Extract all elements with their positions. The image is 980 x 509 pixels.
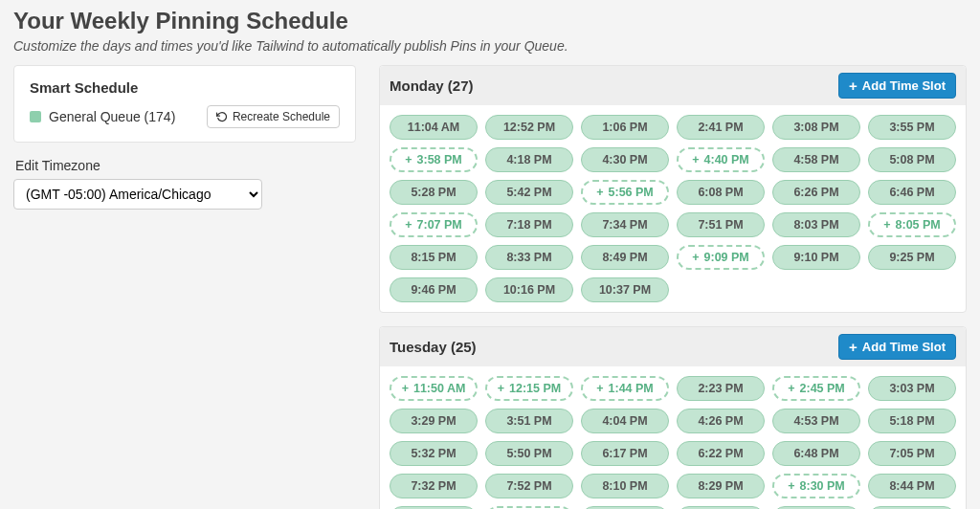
time-slot[interactable]: 7:18 PM [485,212,573,237]
time-slot[interactable]: 12:52 PM [485,115,573,140]
time-slot[interactable]: 6:17 PM [581,441,669,466]
slot-time: 12:52 PM [503,121,555,134]
time-slot[interactable]: 3:51 PM [485,409,573,433]
general-queue-label: General Queue (174) [30,109,175,124]
suggested-time-slot[interactable]: +2:45 PM [772,376,860,401]
time-slot[interactable]: 5:08 PM [868,147,956,172]
add-slot-label: Add Time Slot [862,78,946,93]
time-slot[interactable]: 8:49 PM [581,245,669,270]
plus-icon: + [692,251,699,264]
slot-time: 3:29 PM [411,414,456,428]
time-slot[interactable]: 4:04 PM [581,409,669,433]
time-slot[interactable]: 5:42 PM [485,180,573,205]
slot-time: 9:46 PM [411,283,456,297]
slot-time: 4:04 PM [602,414,647,428]
time-slot[interactable]: 4:30 PM [581,147,669,172]
time-slot[interactable]: 8:15 PM [390,245,478,270]
slot-time: 7:51 PM [698,218,743,232]
suggested-time-slot[interactable]: +8:30 PM [772,474,860,498]
time-slot[interactable]: 2:23 PM [677,376,765,401]
time-slot[interactable]: 4:53 PM [772,409,860,433]
time-slot[interactable]: 1:06 PM [581,115,669,140]
slot-time: 3:51 PM [506,414,551,428]
suggested-time-slot[interactable]: +9:09 PM [677,245,765,270]
plus-icon: + [788,382,794,395]
time-slot[interactable]: 7:34 PM [581,212,669,237]
day-title: Monday (27) [390,77,474,94]
time-slot[interactable]: 5:18 PM [868,409,956,433]
time-slot[interactable]: 4:26 PM [677,409,765,433]
suggested-time-slot[interactable]: +1:44 PM [581,376,669,401]
suggested-time-slot[interactable]: +11:50 AM [390,376,478,401]
time-slot[interactable]: 4:58 PM [772,147,860,172]
timezone-select[interactable]: (GMT -05:00) America/Chicago [13,179,262,210]
slot-time: 5:56 PM [609,186,654,199]
day-title: Tuesday (25) [390,339,477,355]
add-time-slot-button[interactable]: +Add Time Slot [838,73,956,99]
time-slot[interactable]: 8:10 PM [581,474,669,498]
time-slot[interactable]: 5:32 PM [390,441,478,466]
refresh-icon [216,111,228,122]
time-slot[interactable]: 9:10 PM [772,245,860,270]
time-slot[interactable]: 8:29 PM [677,474,765,498]
slot-time: 8:05 PM [896,218,941,232]
slot-time: 6:26 PM [793,186,838,199]
time-slot[interactable]: 5:28 PM [390,180,478,205]
time-slot[interactable]: 7:52 PM [485,474,573,498]
slot-time: 7:05 PM [889,447,934,460]
suggested-time-slot[interactable]: +7:07 PM [390,212,478,237]
time-slot[interactable]: 6:46 PM [868,180,956,205]
time-slot[interactable]: 10:37 PM [581,277,669,302]
slot-time: 3:08 PM [793,121,838,134]
time-slot[interactable]: 6:26 PM [772,180,860,205]
suggested-time-slot[interactable]: +8:05 PM [868,212,956,237]
suggested-time-slot[interactable]: +4:40 PM [677,147,765,172]
time-slot[interactable]: 6:48 PM [772,441,860,466]
slot-time: 11:04 AM [408,121,459,134]
time-slot[interactable]: 6:22 PM [677,441,765,466]
time-slot[interactable]: 3:03 PM [868,376,956,401]
slot-time: 5:42 PM [506,186,551,199]
time-slot[interactable]: 3:29 PM [390,409,478,433]
suggested-time-slot[interactable]: +12:15 PM [485,376,573,401]
recreate-schedule-button[interactable]: Recreate Schedule [207,105,340,128]
plus-icon: + [596,186,603,199]
time-slot[interactable]: 5:50 PM [485,441,573,466]
add-slot-label: Add Time Slot [862,340,946,354]
time-slot[interactable]: 6:08 PM [677,180,765,205]
plus-icon: + [405,218,412,232]
time-slot[interactable]: 10:16 PM [485,277,573,302]
slot-time: 8:10 PM [602,479,647,493]
slot-time: 4:58 PM [793,153,838,166]
slot-time: 1:06 PM [602,121,647,134]
slot-time: 7:34 PM [602,218,647,232]
time-slot[interactable]: 9:25 PM [868,245,956,270]
day-header: Monday (27)+Add Time Slot [380,66,966,105]
time-slot[interactable]: 7:32 PM [390,474,478,498]
recreate-label: Recreate Schedule [233,110,330,123]
plus-icon: + [849,78,858,93]
time-slot[interactable]: 9:46 PM [390,277,478,302]
slot-time: 8:03 PM [793,218,838,232]
time-slot[interactable]: 2:41 PM [677,115,765,140]
plus-icon: + [596,382,603,395]
time-slot[interactable]: 3:08 PM [772,115,860,140]
slot-time: 2:23 PM [698,382,743,395]
time-slot[interactable]: 7:51 PM [677,212,765,237]
time-slot[interactable]: 7:05 PM [868,441,956,466]
plus-icon: + [883,218,890,232]
plus-icon: + [405,153,412,166]
time-slot[interactable]: 8:44 PM [868,474,956,498]
slot-time: 6:48 PM [793,447,838,460]
time-slot[interactable]: 8:03 PM [772,212,860,237]
slot-time: 5:28 PM [411,186,456,199]
slot-time: 3:58 PM [417,153,462,166]
time-slot[interactable]: 3:55 PM [868,115,956,140]
time-slot[interactable]: 4:18 PM [485,147,573,172]
slot-time: 7:18 PM [506,218,551,232]
add-time-slot-button[interactable]: +Add Time Slot [838,334,956,360]
suggested-time-slot[interactable]: +5:56 PM [581,180,669,205]
time-slot[interactable]: 11:04 AM [390,115,478,140]
time-slot[interactable]: 8:33 PM [485,245,573,270]
suggested-time-slot[interactable]: +3:58 PM [390,147,478,172]
